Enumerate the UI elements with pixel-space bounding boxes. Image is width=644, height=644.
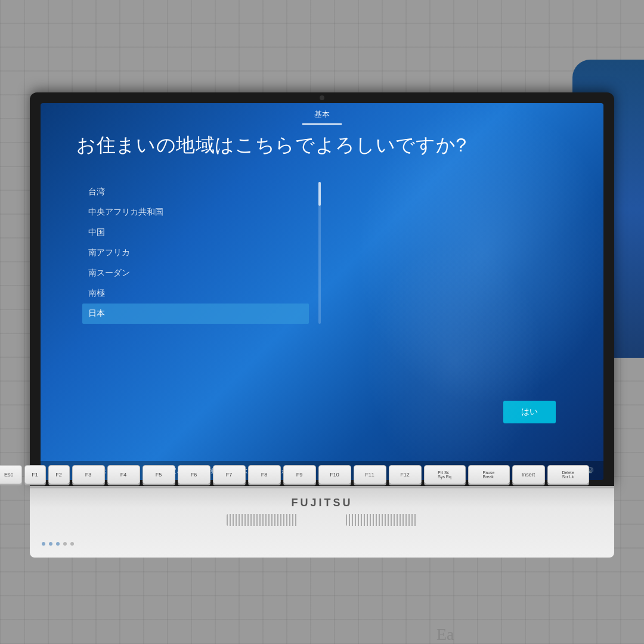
list-item-taiwan[interactable]: 台湾	[82, 182, 309, 202]
main-question-text: お住まいの地域はこちらでよろしいですか?	[76, 133, 568, 158]
bottom-text-ea: Ea	[436, 625, 454, 644]
key-f4[interactable]: F4	[107, 465, 140, 484]
led-1	[42, 542, 45, 546]
key-f9[interactable]: F9	[283, 465, 316, 484]
brand-label: FUJITSU	[291, 497, 352, 509]
oobe-main-content: お住まいの地域はこちらでよろしいですか? 台湾 中央アフリカ共和国 中国 南アフ…	[76, 133, 568, 456]
yes-button[interactable]: はい	[503, 401, 556, 423]
key-f12[interactable]: F12	[389, 465, 422, 484]
speaker-right	[346, 514, 417, 526]
tab-basic[interactable]: 基本	[302, 106, 342, 125]
key-f10[interactable]: F10	[318, 465, 351, 484]
list-item-central-africa[interactable]: 中央アフリカ共和国	[82, 202, 309, 222]
screen-display: 基本 お住まいの地域はこちらでよろしいですか? 台湾 中央アフリカ共和国 中国 …	[41, 103, 603, 480]
list-item-antarctica[interactable]: 南極	[82, 283, 309, 304]
led-3	[56, 542, 60, 546]
led-2	[49, 542, 52, 546]
key-f8[interactable]: F8	[248, 465, 281, 484]
key-prtsc[interactable]: Prt ScSys Rq	[424, 465, 466, 484]
key-delete[interactable]: DeleteScr Lk	[547, 465, 589, 484]
camera-indicator	[320, 95, 324, 100]
bezel-top	[30, 92, 614, 103]
led-5	[70, 542, 74, 546]
scrollbar-thumb	[318, 182, 321, 206]
list-item-china[interactable]: 中国	[82, 222, 309, 243]
key-insert[interactable]: Insert	[512, 465, 545, 484]
list-item-south-africa[interactable]: 南アフリカ	[82, 243, 309, 263]
tab-underline	[304, 123, 340, 125]
key-f11[interactable]: F11	[354, 465, 386, 484]
key-f2[interactable]: F2	[48, 465, 70, 484]
list-item-japan[interactable]: 日本	[82, 304, 309, 324]
laptop-body: FUJITSU	[30, 486, 614, 558]
laptop-screen-bezel: 基本 お住まいの地域はこちらでよろしいですか? 台湾 中央アフリカ共和国 中国 …	[30, 92, 614, 486]
region-list: 台湾 中央アフリカ共和国 中国 南アフリカ 南スーダン 南極 日本	[82, 182, 309, 324]
speaker-left	[227, 514, 298, 526]
speaker-area	[227, 514, 417, 526]
key-f7[interactable]: F7	[213, 465, 246, 484]
keyboard: Esc F1 F2 F3 F4 F5 F6 F7 F8 F9 F10 F11 F…	[0, 465, 590, 487]
led-4	[63, 542, 67, 546]
led-indicators	[42, 542, 74, 546]
key-f6[interactable]: F6	[178, 465, 210, 484]
keyboard-row-function: Esc F1 F2 F3 F4 F5 F6 F7 F8 F9 F10 F11 F…	[0, 465, 590, 484]
tab-bar: 基本	[41, 103, 603, 125]
list-item-south-sudan[interactable]: 南スーダン	[82, 263, 309, 283]
key-f1[interactable]: F1	[24, 465, 46, 484]
key-f3[interactable]: F3	[72, 465, 105, 484]
list-scrollbar[interactable]	[318, 182, 321, 324]
key-f5[interactable]: F5	[143, 465, 175, 484]
key-esc[interactable]: Esc	[0, 465, 22, 484]
laptop: 基本 お住まいの地域はこちらでよろしいですか? 台湾 中央アフリカ共和国 中国 …	[30, 92, 614, 558]
key-pause[interactable]: PauseBreak	[468, 465, 510, 484]
